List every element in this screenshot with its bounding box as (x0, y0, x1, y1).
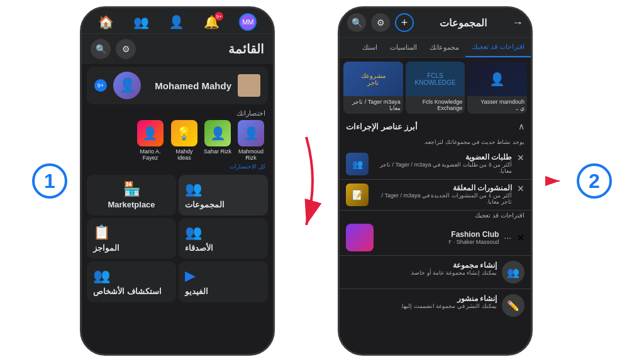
pending-posts-row[interactable]: ✕ المنشورات المعلقة أكثر من ٤ من المنشور… (340, 180, 531, 211)
groups-content: 👤 Yasser mamdouhي ـ FCLSKNOWLEDGE Fcls K… (340, 58, 531, 354)
membership-subtitle: أكثر من ٥ من طلبات العضوية في Tager / m3… (374, 162, 512, 174)
profile-photo (238, 74, 260, 97)
groups-label: المجموعات (185, 200, 225, 209)
search-settings-row: 🔍 ⚙ القائمة (82, 34, 273, 64)
tab-suggestions[interactable]: اقتراحات قد تعجبك (465, 38, 531, 57)
shortcut-name-3: Mahdy ideas (170, 148, 199, 161)
profile-notification-badge: 9+ (94, 79, 107, 92)
menu-item-friends[interactable]: 👥 الأصدقاء (179, 218, 268, 259)
create-group-subtitle: يمكنك إنشاء مجموعة عامة أو خاصة. (346, 270, 497, 276)
shortcut-2[interactable]: 👤 Sahar Rizk (204, 120, 231, 161)
add-group-button[interactable]: + (395, 13, 414, 32)
home-icon[interactable]: 🏠 (98, 14, 114, 30)
feeds-label: المواجز (93, 243, 119, 253)
pending-subtitle: أكثر من ٤ من المنشورات الجديدة في Tager … (374, 192, 512, 205)
group-card-1[interactable]: 👤 Yasser mamdouhي ـ (467, 62, 527, 114)
pending-content: المنشورات المعلقة أكثر من ٤ من المنشورات… (374, 184, 512, 205)
fashion-subtitle: Shaker Massoud · ٢ (379, 239, 499, 245)
shortcut-avatar-1: 👤 (238, 120, 264, 146)
actions-section-header: ∧ أبرز عناصر الإجراءات (340, 118, 531, 135)
membership-title: طلبات العضوية (374, 153, 512, 162)
create-post-text: إنشاء منشور يمكنك النشر في مجموعة انضممت… (346, 294, 497, 309)
create-post-title: إنشاء منشور (346, 294, 497, 303)
settings-button[interactable]: ⚙ (116, 39, 136, 59)
menu-item-feeds[interactable]: 📋 المواجز (87, 218, 176, 259)
see-all-shortcuts[interactable]: كل الاختصارات (82, 162, 273, 172)
suggestions-label: اقتراحات قد تعجبك (340, 211, 531, 220)
create-group-icon: 👥 (502, 261, 525, 283)
group-img-3: مشروعكتاجر (343, 62, 403, 96)
left-screen: 🏠 👥 👤 🔔 9+ MM 🔍 ⚙ القائمة 9+ (82, 8, 273, 354)
pending-thumb: 📝 (346, 184, 369, 206)
fashion-club-row[interactable]: ✕ ··· Fashion Club Shaker Massoud · ٢ (340, 220, 531, 256)
group-card-3[interactable]: مشروعكتاجر Tager m3aya / تاجر معايا (343, 62, 403, 114)
settings-right-button[interactable]: ⚙ (371, 13, 390, 32)
step-1-circle: 1 (32, 163, 67, 199)
user-avatar[interactable]: MM (239, 13, 257, 31)
group-img-1: 👤 (467, 62, 527, 96)
group-card-2[interactable]: FCLSKNOWLEDGE Fcls Knowledge Exchange (406, 62, 465, 114)
close-fashion-icon[interactable]: ✕ (516, 232, 525, 244)
explore-icon: 👥 (93, 268, 110, 284)
notification-badge: 9+ (214, 12, 223, 21)
marketplace-label: Marketplace (108, 200, 155, 209)
create-group-text: إنشاء مجموعة يمكنك إنشاء مجموعة عامة أو … (346, 261, 497, 276)
shortcuts-list: 👤 Mahmoud Rizk 👤 Sahar Rizk 💡 Mahdy idea… (89, 120, 265, 161)
create-post-row[interactable]: ✏️ إنشاء منشور يمكنك النشر في مجموعة انض… (340, 289, 531, 322)
arrow-svg (287, 118, 325, 244)
shortcut-1[interactable]: 👤 Mahmoud Rizk (236, 120, 265, 161)
group-name-1: Yasser mamdouhي ـ (467, 96, 527, 114)
menu-item-marketplace[interactable]: 🏪 Marketplace (87, 175, 176, 216)
menu-item-video[interactable]: ▶ الفيديو (179, 261, 268, 302)
notifications-icon[interactable]: 🔔 9+ (204, 14, 219, 30)
collapse-icon[interactable]: ∧ (518, 121, 525, 131)
right-top-nav: 🔍 ⚙ + المجموعات → (340, 8, 531, 38)
close-membership-icon[interactable]: ✕ (517, 153, 525, 163)
group-name-3: Tager m3aya / تاجر معايا (343, 96, 403, 114)
more-dots-icon[interactable]: ··· (504, 233, 511, 243)
feeds-icon: 📋 (93, 224, 110, 241)
right-phone-frame: 🔍 ⚙ + المجموعات → اقتراحات قد تعجبك مجمو… (338, 6, 533, 356)
video-label: الفيديو (185, 287, 208, 296)
membership-requests-row[interactable]: ✕ طلبات العضوية أكثر من ٥ من طلبات العضو… (340, 149, 531, 180)
pending-title: المنشورات المعلقة (374, 184, 512, 192)
friends-icon[interactable]: 👥 (133, 14, 149, 30)
shortcut-3[interactable]: 💡 Mahdy ideas (170, 120, 199, 161)
fashion-title: Fashion Club (379, 230, 499, 239)
tab-events[interactable]: المناسبات (384, 38, 423, 57)
page-title: القائمة (228, 41, 264, 57)
friends-menu-icon: 👥 (185, 224, 202, 241)
marketplace-icon: 🏪 (123, 181, 140, 197)
shortcut-name-2: Sahar Rizk (204, 148, 231, 155)
profile-avatar: 👤 (113, 72, 141, 99)
back-arrow-icon[interactable]: → (512, 16, 523, 30)
membership-content: طلبات العضوية أكثر من ٥ من طلبات العضوية… (374, 153, 512, 174)
video-icon: ▶ (185, 268, 196, 284)
create-post-subtitle: يمكنك النشر في مجموعة انضممت إليها. (346, 303, 497, 309)
shortcuts-title: اختصاراتك (89, 109, 265, 118)
group-name-2: Fcls Knowledge Exchange (406, 96, 465, 114)
shortcut-avatar-3: 💡 (171, 120, 197, 146)
create-group-title: إنشاء مجموعة (346, 261, 497, 270)
tabs-row: اقتراحات قد تعجبك مجموعاتك المناسبات است… (340, 38, 531, 58)
profile-row[interactable]: 9+ 👤 Mohamed Mahdy (87, 67, 268, 104)
create-group-row[interactable]: 👥 إنشاء مجموعة يمكنك إنشاء مجموعة عامة أ… (340, 256, 531, 289)
groups-icon: 👥 (185, 181, 202, 197)
profile-name: Mohamed Mahdy (147, 80, 231, 91)
shortcuts-section: اختصاراتك 👤 Mahmoud Rizk 👤 Sahar Rizk 💡 … (82, 107, 273, 162)
left-phone-frame: 🏠 👥 👤 🔔 9+ MM 🔍 ⚙ القائمة 9+ (80, 6, 275, 356)
shortcut-name-1: Mahmoud Rizk (236, 148, 265, 161)
shortcut-4[interactable]: 👤 Mario A. Fayez (136, 120, 165, 161)
membership-thumb: 👥 (346, 153, 369, 175)
menu-item-groups[interactable]: 👥 المجموعات (179, 175, 268, 216)
menu-item-explore[interactable]: 👥 استكشاف الأشخاص (87, 261, 176, 302)
step-2-circle: 2 (577, 163, 612, 199)
search-button[interactable]: 🔍 (91, 39, 111, 59)
tab-my-groups[interactable]: مجموعاتك (423, 38, 465, 57)
fashion-content: Fashion Club Shaker Massoud · ٢ (379, 230, 499, 245)
search-right-button[interactable]: 🔍 (347, 13, 366, 32)
actions-section-title: أبرز عناصر الإجراءات (346, 122, 418, 131)
close-pending-icon[interactable]: ✕ (517, 184, 525, 194)
tab-feed[interactable]: استك (356, 38, 384, 57)
profile-icon[interactable]: 👤 (169, 14, 184, 30)
